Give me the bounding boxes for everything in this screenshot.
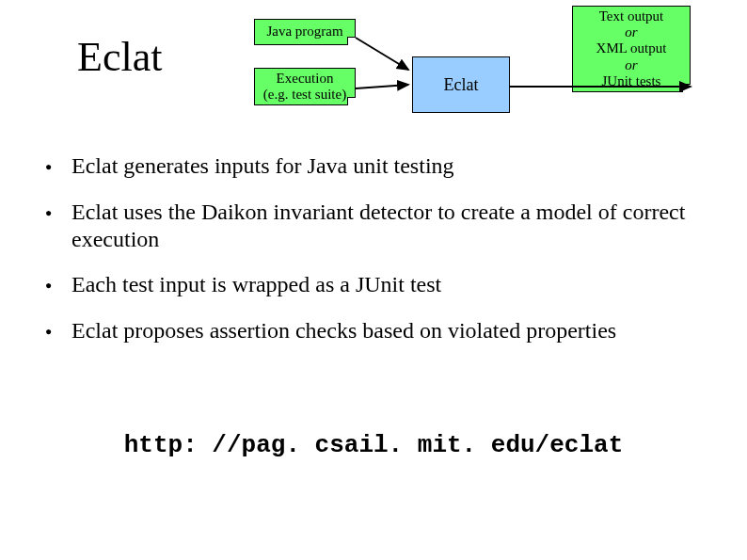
box-java-label: Java program: [266, 24, 342, 40]
bullet-text: Eclat uses the Daikon invariant detector…: [72, 200, 685, 251]
box-exec-line1: Execution: [277, 71, 334, 87]
output-or2: or: [625, 57, 637, 73]
arrow-exec-to-eclat: [356, 75, 414, 94]
box-execution: Execution (e.g. test suite): [254, 68, 356, 105]
bullet-text: Eclat generates inputs for Java unit tes…: [72, 153, 454, 178]
arrow-eclat-to-output: [510, 81, 698, 100]
box-exec-line2: (e.g. test suite): [263, 87, 346, 103]
url-text: http: //pag. csail. mit. edu/eclat: [0, 431, 747, 459]
list-item: Eclat generates inputs for Java unit tes…: [45, 152, 704, 180]
box-java-program: Java program: [254, 19, 356, 45]
box-eclat-label: Eclat: [444, 75, 479, 95]
output-or1: or: [625, 24, 637, 40]
bullet-text: Each test input is wrapped as a JUnit te…: [72, 272, 441, 296]
slide-title: Eclat: [77, 33, 162, 81]
bullet-text: Eclat proposes assertion checks based on…: [72, 318, 616, 343]
diagram: Java program Execution (e.g. test suite)…: [245, 19, 724, 132]
output-line1: Text output: [599, 8, 664, 24]
list-item: Eclat proposes assertion checks based on…: [45, 317, 704, 344]
svg-line-0: [356, 38, 408, 70]
box-eclat: Eclat: [412, 56, 510, 113]
bullet-list: Eclat generates inputs for Java unit tes…: [45, 152, 704, 363]
svg-line-1: [356, 85, 408, 88]
slide: Eclat Java program Execution (e.g. test …: [0, 0, 747, 560]
arrow-java-to-eclat: [356, 38, 414, 73]
box-output: Text output or XML output or JUnit tests: [572, 6, 691, 92]
list-item: Each test input is wrapped as a JUnit te…: [45, 271, 704, 298]
output-line2: XML output: [596, 40, 667, 56]
list-item: Eclat uses the Daikon invariant detector…: [45, 199, 704, 253]
